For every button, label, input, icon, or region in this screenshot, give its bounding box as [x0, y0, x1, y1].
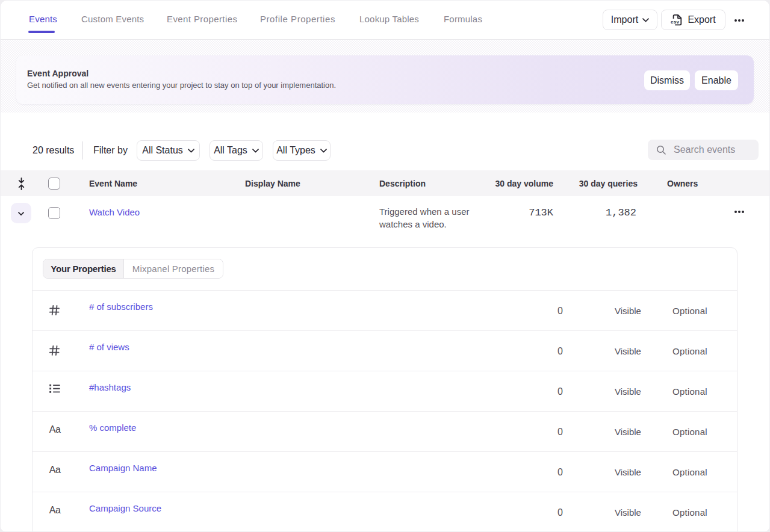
svg-text:csv: csv	[671, 19, 679, 25]
